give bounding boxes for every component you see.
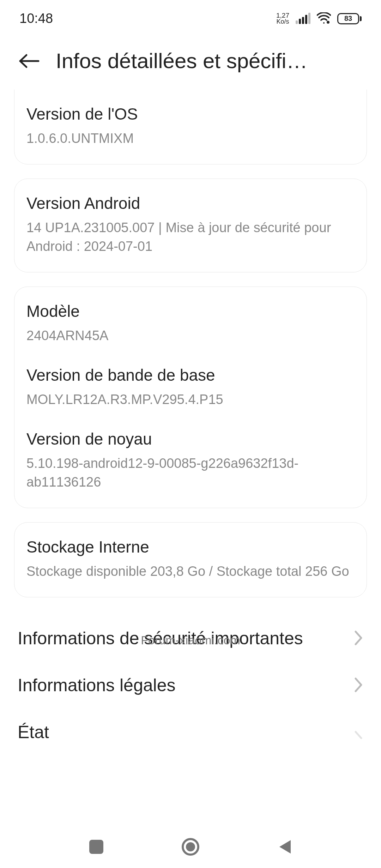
model-label: Modèle [26,301,355,322]
baseband-value: MOLY.LR12A.R3.MP.V295.4.P15 [26,390,355,409]
card-device-specs[interactable]: Modèle 2404ARN45A Version de bande de ba… [14,287,367,508]
storage-value: Stockage disponible 203,8 Go / Stockage … [26,562,355,581]
android-version-value: 14 UP1A.231005.007 | Mise à jour de sécu… [26,218,355,256]
content: Version de l'OS 1.0.6.0.UNTMIXM Version … [0,90,381,756]
chevron-right-icon [354,730,363,747]
status-icons: 1,27 Ko/s 83 [276,12,362,25]
link-label: Informations de sécurité importantes [18,627,303,650]
chevron-right-icon [354,630,363,647]
clock: 10:48 [19,11,53,26]
model-value: 2404ARN45A [26,326,355,345]
link-security-info[interactable]: Informations de sécurité importantes [14,615,367,662]
card-android-version[interactable]: Version Android 14 UP1A.231005.007 | Mis… [14,179,367,272]
link-legal-info[interactable]: Informations légales [14,662,367,709]
baseband-label: Version de bande de base [26,365,355,386]
nav-recents-button[interactable] [86,836,107,857]
android-version-label: Version Android [26,193,355,214]
network-speed: 1,27 Ko/s [276,12,289,25]
back-button[interactable] [18,53,40,69]
circle-icon [182,838,199,856]
link-status[interactable]: État [14,709,367,756]
arrow-left-icon [18,54,40,68]
page-title: Infos détaillées et spécifi… [56,49,363,73]
card-storage[interactable]: Stockage Interne Stockage disponible 203… [14,522,367,597]
system-nav-bar [0,826,381,868]
triangle-left-icon [277,839,292,855]
nav-back-button[interactable] [274,836,295,857]
os-version-value: 1.0.6.0.UNTMIXM [26,129,355,148]
battery-indicator: 83 [337,13,362,24]
chevron-right-icon [354,677,363,694]
kernel-value: 5.10.198-android12-9-00085-g226a9632f13d… [26,454,355,492]
card-os-version[interactable]: Version de l'OS 1.0.6.0.UNTMIXM [14,90,367,164]
link-label: Informations légales [18,674,175,697]
links-section: Informations de sécurité importantes Inf… [14,611,367,756]
svg-point-0 [327,21,329,24]
app-header: Infos détaillées et spécifi… [0,37,381,85]
square-icon [89,840,103,854]
kernel-label: Version de noyau [26,429,355,450]
storage-label: Stockage Interne [26,537,355,558]
os-version-label: Version de l'OS [26,104,355,125]
link-label: État [18,721,49,744]
wifi-icon [317,12,331,25]
nav-home-button[interactable] [180,836,201,857]
cellular-signal-icon [296,13,310,24]
status-bar: 10:48 1,27 Ko/s 83 [0,0,381,37]
